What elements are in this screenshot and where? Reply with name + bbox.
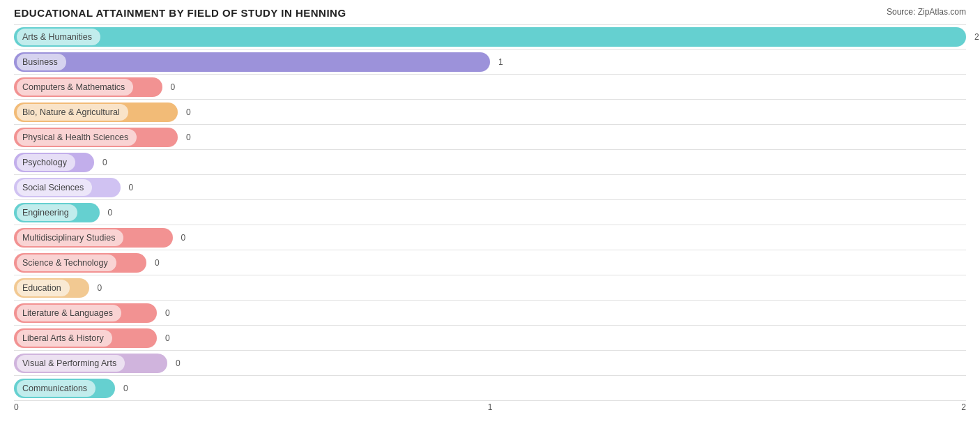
bar-value: 0	[165, 308, 170, 318]
bar-fill: Physical & Health Sciences	[14, 128, 178, 147]
bar-value: 0	[123, 384, 128, 393]
bar-value: 1	[498, 57, 503, 67]
bar-label: Multidisciplinary Studies	[17, 229, 123, 246]
bar-value: 0	[181, 233, 186, 243]
bar-value: 0	[155, 258, 160, 268]
bar-value: 0	[102, 158, 107, 167]
bar-label: Literature & Languages	[17, 305, 121, 321]
bar-value: 0	[165, 333, 170, 343]
bar-row: Education0	[14, 275, 966, 301]
bar-label: Business	[17, 54, 66, 70]
bar-label: Engineering	[17, 204, 77, 221]
bar-row: Science & Technology0	[14, 250, 966, 275]
bar-label: Science & Technology	[17, 255, 116, 271]
bar-row: Communications0	[14, 376, 966, 401]
bar-fill: Literature & Languages	[14, 303, 157, 323]
bar-fill: Education	[14, 278, 89, 298]
bar-row: Physical & Health Sciences0	[14, 125, 966, 150]
x-axis-label: 1	[488, 402, 493, 412]
bar-label: Psychology	[17, 154, 75, 171]
bar-value: 0	[108, 208, 113, 218]
bar-label: Computers & Mathematics	[17, 79, 133, 96]
bar-label: Communications	[17, 380, 95, 397]
bar-label: Social Sciences	[17, 179, 92, 196]
bar-label: Bio, Nature & Agricultural	[17, 104, 128, 121]
bar-label: Liberal Arts & History	[17, 330, 112, 347]
bar-value: 0	[98, 283, 102, 293]
bar-row: Visual & Performing Arts0	[14, 351, 966, 376]
bar-fill: Social Sciences	[14, 178, 121, 197]
bar-row: Social Sciences0	[14, 175, 966, 200]
bar-label: Arts & Humanities	[17, 29, 100, 45]
x-axis-label: 2	[961, 402, 966, 412]
bar-value: 0	[171, 82, 176, 92]
bar-fill: Psychology	[14, 153, 94, 172]
bar-fill: Computers & Mathematics	[14, 77, 162, 97]
bar-fill: Business	[14, 52, 490, 72]
bar-fill: Multidisciplinary Studies	[14, 228, 173, 248]
bar-label: Physical & Health Sciences	[17, 129, 137, 146]
bar-fill: Communications	[14, 379, 115, 398]
bar-value: 0	[186, 132, 191, 142]
chart-title: EDUCATIONAL ATTAINMENT BY FIELD OF STUDY…	[14, 7, 346, 19]
bar-row: Multidisciplinary Studies0	[14, 225, 966, 250]
bar-row: Arts & Humanities2	[14, 24, 966, 50]
bar-value: 0	[186, 107, 191, 117]
bar-row: Computers & Mathematics0	[14, 75, 966, 100]
bar-fill: Arts & Humanities	[14, 27, 966, 47]
bar-label: Education	[17, 280, 70, 296]
bar-row: Liberal Arts & History0	[14, 326, 966, 351]
bar-fill: Bio, Nature & Agricultural	[14, 103, 178, 122]
bar-value: 2	[974, 32, 979, 42]
bar-fill: Liberal Arts & History	[14, 328, 157, 348]
bar-row: Psychology0	[14, 150, 966, 175]
bar-row: Engineering0	[14, 200, 966, 225]
bar-value: 0	[176, 358, 181, 368]
chart-area: Arts & Humanities2Business1Computers & M…	[14, 24, 966, 416]
bar-row: Business1	[14, 50, 966, 75]
chart-source: Source: ZipAtlas.com	[887, 7, 966, 17]
bar-label: Visual & Performing Arts	[17, 355, 125, 372]
bar-fill: Engineering	[14, 203, 100, 222]
x-axis-label: 0	[14, 402, 19, 412]
bar-fill: Visual & Performing Arts	[14, 354, 167, 373]
bar-value: 0	[129, 183, 134, 192]
bar-row: Literature & Languages0	[14, 301, 966, 326]
bar-row: Bio, Nature & Agricultural0	[14, 100, 966, 125]
bar-fill: Science & Technology	[14, 253, 146, 273]
